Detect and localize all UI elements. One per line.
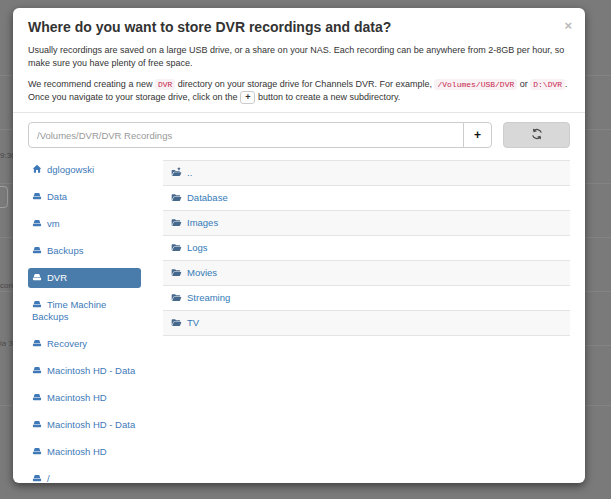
create-directory-button[interactable]: + (463, 122, 492, 148)
drive-label: DVR (47, 272, 67, 283)
sidebar-drive-item[interactable]: dglogowski (28, 160, 141, 180)
folder-icon (171, 242, 187, 253)
path-input[interactable] (28, 122, 464, 148)
drive-icon (32, 338, 47, 349)
drive-icon (32, 299, 47, 310)
drive-label: / (47, 473, 50, 484)
folder-label: Movies (187, 267, 217, 278)
sidebar-drive-item[interactable]: Macintosh HD (28, 442, 141, 462)
path-input-group: + (28, 122, 492, 148)
dialog-header: Where do you want to store DVR recording… (13, 8, 585, 104)
drive-icon (32, 272, 47, 283)
sidebar-drive-item[interactable]: Data (28, 187, 141, 207)
drive-label: Backups (47, 245, 83, 256)
folder-list: .. Database Images Logs Movies Streaming… (163, 160, 570, 336)
recommendation-paragraph: We recommend creating a new DVR director… (28, 78, 570, 104)
intro-paragraph: Usually recordings are saved on a large … (28, 44, 570, 70)
path-toolbar: + (13, 113, 585, 155)
folder-icon (171, 167, 187, 178)
drive-icon (32, 191, 47, 202)
rec-text: or (517, 79, 530, 89)
dialog-title: Where do you want to store DVR recording… (28, 19, 570, 35)
background-text-fragment: ia 3 (0, 339, 13, 349)
dvr-storage-dialog: × Where do you want to store DVR recordi… (13, 8, 585, 483)
code-d-dvr: D:\DVR (530, 79, 565, 90)
drive-label: Macintosh HD (47, 392, 107, 403)
folder-row[interactable]: Images (163, 211, 570, 236)
close-icon[interactable]: × (564, 19, 572, 32)
sidebar-drive-item[interactable]: Recovery (28, 334, 141, 354)
sidebar-drive-item[interactable]: DVR (28, 268, 141, 288)
drive-icon (32, 245, 47, 256)
folder-row[interactable]: Movies (163, 261, 570, 286)
sidebar-drive-item[interactable]: Macintosh HD (28, 388, 141, 408)
folder-row[interactable]: .. (163, 161, 570, 186)
drive-icon (32, 164, 47, 175)
drive-icon (32, 446, 47, 457)
rec-text: button to create a new subdirectory. (255, 92, 400, 102)
drive-label: Macintosh HD - Data (47, 419, 135, 430)
drive-label: Recovery (47, 338, 87, 349)
file-browser: dglogowski Data vm Backups DVR Time Mach… (13, 155, 585, 496)
folder-label: Streaming (187, 292, 230, 303)
folder-label: .. (187, 167, 192, 178)
code-dvr: DVR (155, 79, 175, 90)
folder-label: TV (187, 317, 199, 328)
sidebar-drive-item[interactable]: Macintosh HD - Data (28, 361, 141, 381)
drive-label: vm (47, 218, 60, 229)
drive-icon (32, 365, 47, 376)
sidebar-drive-item[interactable]: Time Machine Backups (28, 295, 141, 327)
folder-icon (171, 267, 187, 278)
drive-label: Macintosh HD - Data (47, 365, 135, 376)
folder-row[interactable]: Logs (163, 236, 570, 261)
code-volumes-usb-dvr: /Volumes/USB/DVR (434, 79, 517, 90)
plus-icon-inline: + (240, 91, 255, 104)
sidebar-drive-item[interactable]: Macintosh HD - Data (28, 415, 141, 435)
folder-icon (171, 192, 187, 203)
folder-label: Logs (187, 242, 208, 253)
sidebar-drive-item[interactable]: Backups (28, 241, 141, 261)
folder-icon (171, 292, 187, 303)
drive-icon (32, 218, 47, 229)
folder-icon (171, 217, 187, 228)
drive-label: dglogowski (47, 164, 94, 175)
sidebar-drive-item[interactable]: / (28, 469, 141, 489)
drive-icon (32, 419, 47, 430)
folder-row[interactable]: Streaming (163, 286, 570, 311)
folder-icon (171, 317, 187, 328)
drive-icon (32, 392, 47, 403)
folder-label: Database (187, 192, 228, 203)
refresh-icon (531, 128, 543, 143)
folder-row[interactable]: Database (163, 186, 570, 211)
drives-list: dglogowski Data vm Backups DVR Time Mach… (28, 160, 141, 496)
drive-icon (32, 473, 47, 484)
sidebar-drive-item[interactable]: vm (28, 214, 141, 234)
drive-label: Macintosh HD (47, 446, 107, 457)
folder-row[interactable]: TV (163, 311, 570, 336)
rec-text: We recommend creating a new (28, 79, 155, 89)
background-button-fragment (0, 186, 8, 208)
rec-text: directory on your storage drive for Chan… (175, 79, 434, 89)
drive-label: Data (47, 191, 67, 202)
folder-label: Images (187, 217, 218, 228)
refresh-button[interactable] (503, 122, 570, 148)
